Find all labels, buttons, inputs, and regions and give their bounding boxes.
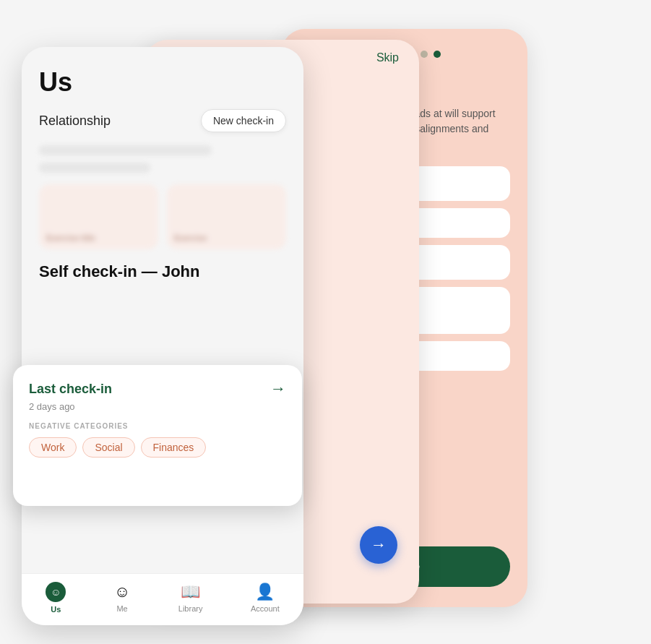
- tag-social: Social: [82, 437, 134, 458]
- dot-6-active: [434, 51, 441, 58]
- tag-work: Work: [29, 437, 77, 458]
- nav-label-me: Me: [116, 604, 127, 613]
- library-nav-icon: 📖: [181, 583, 200, 601]
- new-checkin-button[interactable]: New check-in: [201, 109, 286, 132]
- us-nav-icon: ☺: [46, 582, 66, 602]
- negative-categories-label: NEGATIVE CATEGORIES: [29, 422, 286, 430]
- popup-days-ago: 2 days ago: [29, 401, 286, 412]
- nav-item-me[interactable]: ☺ Me: [114, 583, 130, 613]
- blurred-row-1: [39, 145, 212, 155]
- account-nav-icon: 👤: [255, 583, 275, 601]
- me-nav-icon: ☺: [114, 583, 130, 601]
- nav-item-account[interactable]: 👤 Account: [251, 583, 280, 613]
- blurred-card-2: Exercise: [167, 184, 286, 249]
- popup-header: Last check-in →: [29, 379, 286, 398]
- arrow-right-icon: →: [371, 536, 387, 554]
- popup-title: Last check-in: [29, 382, 112, 397]
- nav-label-account: Account: [251, 604, 280, 613]
- popup-arrow-button[interactable]: →: [270, 379, 286, 398]
- bottom-navigation: ☺ Us ☺ Me 📖 Library 👤 Account: [22, 573, 303, 625]
- next-button[interactable]: →: [360, 526, 397, 564]
- front-card: Us Relationship New check-in Exercise ti…: [22, 47, 303, 625]
- blurred-content: Exercise title Exercise: [22, 145, 303, 249]
- nav-item-library[interactable]: 📖 Library: [178, 583, 203, 613]
- self-checkin-title: Self check-in — John: [22, 262, 303, 281]
- nav-label-us: Us: [51, 605, 61, 614]
- nav-item-us[interactable]: ☺ Us: [46, 582, 66, 614]
- nav-label-library: Library: [178, 604, 203, 613]
- tags-row: Work Social Finances: [29, 437, 286, 458]
- blurred-row-2: [39, 163, 150, 173]
- tag-finances: Finances: [141, 437, 207, 458]
- dot-5: [421, 51, 428, 58]
- blurred-cards: Exercise title Exercise: [39, 184, 286, 249]
- smiley-nav-icon: ☺: [51, 586, 61, 598]
- relationship-label: Relationship: [39, 113, 111, 129]
- popup-card: Last check-in → 2 days ago NEGATIVE CATE…: [13, 365, 302, 506]
- page-title: Us: [39, 67, 286, 98]
- blurred-card-1: Exercise title: [39, 184, 158, 249]
